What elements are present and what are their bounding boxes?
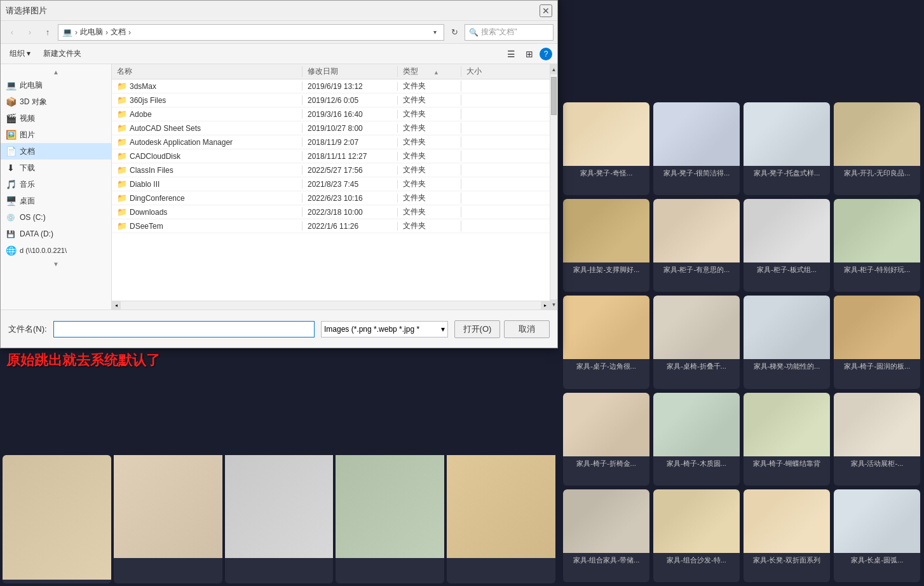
title-bar: 请选择图片 ✕ — [1, 1, 557, 21]
file-date-cell: 2019/3/16 16:40 — [302, 110, 398, 119]
file-type-cell: 文件夹 — [398, 109, 461, 119]
close-button[interactable]: ✕ — [540, 4, 552, 17]
folder-icon: 📁 — [117, 109, 127, 119]
file-name: DingConference — [130, 194, 185, 203]
forward-button[interactable]: › — [22, 25, 37, 40]
sidebar-item-os-c[interactable]: 💿 OS (C:) — [1, 209, 111, 226]
file-name-cell: 📁 Adobe — [112, 109, 302, 119]
sidebar-item-documents[interactable]: 📄 文档 — [1, 143, 111, 160]
pictures-icon: 🖼️ — [6, 130, 16, 140]
filetype-dropdown-icon: ▾ — [441, 325, 445, 334]
refresh-button[interactable]: ↻ — [447, 25, 462, 40]
up-button[interactable]: ↑ — [40, 25, 55, 40]
table-row[interactable]: 📁 CADCloudDisk 2018/11/11 12:27 文件夹 — [112, 149, 550, 163]
filename-input[interactable] — [53, 321, 315, 337]
documents-icon: 📄 — [6, 146, 16, 156]
table-row[interactable]: 📁 Autodesk Application Manager 2018/11/9… — [112, 135, 550, 149]
sidebar-label-os-c: OS (C:) — [20, 213, 46, 222]
folder-icon: 📁 — [117, 123, 127, 133]
file-dialog: 请选择图片 ✕ ‹ › ↑ 💻 › 此电脑 › 文档 › ▾ ↻ 🔍 搜索"文档… — [0, 0, 558, 348]
file-date-cell: 2018/11/9 2:07 — [302, 138, 398, 147]
dialog-title: 请选择图片 — [6, 5, 540, 17]
file-name-cell: 📁 3dsMax — [112, 81, 302, 91]
scroll-left-button[interactable]: ◂ — [112, 301, 121, 310]
col-header-size[interactable]: 大小 — [461, 66, 499, 77]
table-row[interactable]: 📁 360js Files 2019/12/6 0:05 文件夹 — [112, 93, 550, 107]
downloads-icon: ⬇ — [6, 163, 16, 173]
horizontal-scrollbar[interactable]: ◂ ▸ — [112, 301, 550, 310]
cancel-button[interactable]: 取消 — [504, 320, 550, 338]
sidebar-item-pictures[interactable]: 🖼️ 图片 — [1, 126, 111, 143]
main-content: ▲ 💻 此电脑 📦 3D 对象 🎬 视频 🖼️ 图片 — [1, 64, 557, 310]
file-list: 📁 3dsMax 2019/6/19 13:12 文件夹 📁 360js Fil… — [112, 79, 550, 301]
file-name-cell: 📁 360js Files — [112, 95, 302, 105]
table-row[interactable]: 📁 Diablo III 2021/8/23 7:45 文件夹 — [112, 177, 550, 191]
open-button[interactable]: 打开(O) — [454, 320, 500, 338]
scroll-right-button[interactable]: ▸ — [541, 301, 550, 310]
col-header-date[interactable]: 修改日期 — [302, 66, 398, 77]
scroll-up-button[interactable]: ▲ — [550, 64, 557, 74]
file-name: CADCloudDisk — [130, 152, 180, 161]
toolbar-right: ☰ ⊞ ? — [503, 46, 552, 62]
sidebar-label-3dobjects: 3D 对象 — [20, 97, 47, 107]
table-row[interactable]: 📁 DingConference 2022/6/23 10:16 文件夹 — [112, 191, 550, 205]
folder-icon: 📁 — [117, 207, 127, 217]
table-row[interactable]: 📁 3dsMax 2019/6/19 13:12 文件夹 — [112, 79, 550, 93]
sidebar-item-desktop[interactable]: 🖥️ 桌面 — [1, 193, 111, 209]
dialog-bottom: 文件名(N): Images (*.png *.webp *.jpg * ▾ 打… — [1, 310, 557, 348]
scroll-down-button[interactable]: ▼ — [550, 299, 557, 310]
computer-icon: 💻 — [62, 27, 72, 37]
file-type-cell: 文件夹 — [398, 151, 461, 161]
file-name: Adobe — [130, 110, 152, 119]
file-type-cell: 文件夹 — [398, 165, 461, 175]
file-list-container: ▲ 名称 修改日期 类型 大小 📁 3dsMax 2019/6/19 13:12… — [112, 64, 550, 310]
sidebar-label-documents: 文档 — [20, 146, 35, 157]
file-name: Autodesk Application Manager — [130, 138, 233, 147]
sidebar-item-network-d[interactable]: 🌐 d (\\10.0.0.221\ — [1, 242, 111, 259]
view-list-button[interactable]: ☰ — [503, 46, 519, 62]
filetype-select[interactable]: Images (*.png *.webp *.jpg * ▾ — [321, 321, 448, 337]
folder-icon: 📁 — [117, 81, 127, 91]
sidebar-scroll-down[interactable]: ▼ — [1, 259, 111, 269]
col-header-name[interactable]: 名称 — [112, 66, 302, 77]
file-date-cell: 2022/3/18 10:00 — [302, 208, 398, 217]
scroll-thumb[interactable] — [551, 77, 557, 115]
address-separator1: › — [105, 28, 108, 37]
file-date-cell: 2022/1/6 11:26 — [302, 222, 398, 231]
table-row[interactable]: 📁 ClassIn Files 2022/5/27 17:56 文件夹 — [112, 163, 550, 177]
file-name-cell: 📁 Downloads — [112, 207, 302, 217]
file-type-cell: 文件夹 — [398, 81, 461, 92]
filetype-value: Images (*.png *.webp *.jpg * — [324, 325, 419, 334]
sidebar-item-videos[interactable]: 🎬 视频 — [1, 110, 111, 126]
sidebar-item-data-d[interactable]: 💾 DATA (D:) — [1, 226, 111, 242]
sidebar-scroll-up[interactable]: ▲ — [1, 67, 111, 77]
sidebar-item-music[interactable]: 🎵 音乐 — [1, 176, 111, 193]
sidebar-item-downloads[interactable]: ⬇ 下载 — [1, 160, 111, 176]
table-row[interactable]: 📁 Adobe 2019/3/16 16:40 文件夹 — [112, 107, 550, 121]
sidebar-label-network-d: d (\\10.0.0.221\ — [20, 247, 67, 254]
search-bar: 🔍 搜索"文档" — [465, 24, 554, 41]
back-button[interactable]: ‹ — [4, 25, 20, 40]
help-button[interactable]: ? — [540, 48, 552, 60]
col-scroll-up[interactable]: ▲ — [433, 69, 439, 76]
col-header-type[interactable]: 类型 — [398, 66, 461, 77]
file-type-cell: 文件夹 — [398, 123, 461, 133]
file-type-cell: 文件夹 — [398, 95, 461, 106]
new-folder-button[interactable]: 新建文件夹 — [39, 46, 85, 62]
folder-icon: 📁 — [117, 179, 127, 189]
table-row[interactable]: 📁 DSeeTem 2022/1/6 11:26 文件夹 — [112, 219, 550, 233]
sidebar-label-music: 音乐 — [20, 179, 35, 190]
view-icon-button[interactable]: ⊞ — [522, 46, 537, 62]
vertical-scrollbar[interactable]: ▲ ▼ — [550, 64, 557, 310]
sidebar-item-thispc[interactable]: 💻 此电脑 — [1, 77, 111, 93]
organize-button[interactable]: 组织 ▾ — [6, 46, 34, 62]
desktop-icon: 🖥️ — [6, 196, 16, 206]
file-name-cell: 📁 DSeeTem — [112, 221, 302, 231]
folder-icon: 📁 — [117, 193, 127, 203]
file-date-cell: 2022/6/23 10:16 — [302, 194, 398, 203]
table-row[interactable]: 📁 Downloads 2022/3/18 10:00 文件夹 — [112, 205, 550, 219]
file-date-cell: 2018/11/11 12:27 — [302, 152, 398, 161]
address-dropdown-button[interactable]: ▾ — [430, 27, 440, 37]
sidebar-item-3dobjects[interactable]: 📦 3D 对象 — [1, 93, 111, 110]
table-row[interactable]: 📁 AutoCAD Sheet Sets 2019/10/27 8:00 文件夹 — [112, 121, 550, 135]
